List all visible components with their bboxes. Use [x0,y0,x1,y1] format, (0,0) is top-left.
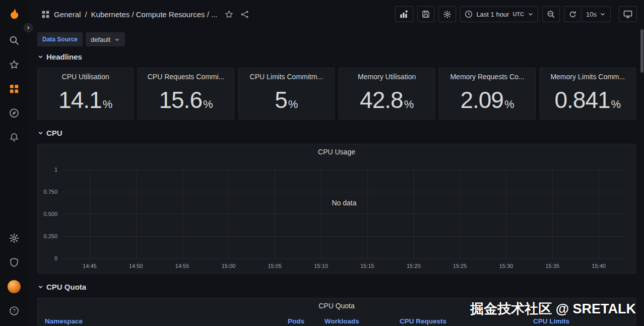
stat-value: 14.1 [58,88,102,112]
stat-value: 5 [275,88,287,112]
column-header-cpu-requests[interactable]: CPU Requests [400,317,533,325]
y-axis-tick-label: 0 [54,255,57,261]
panel-title[interactable]: CPU Utilisation [62,73,109,81]
panel-title[interactable]: Memory Utilisation [358,73,416,81]
time-range-label: Last 1 hour [476,11,509,18]
dashboard-settings-gear-icon[interactable] [438,6,456,22]
x-axis-tick-label: 15:10 [314,263,328,269]
dashboard-grid-icon [41,10,50,19]
grid-line-vertical [136,170,137,258]
stat-body: 14.1% [58,81,112,119]
chevron-down-icon [37,53,44,60]
add-panel-icon[interactable] [395,6,413,22]
column-header-namespace[interactable]: Namespace [38,317,288,325]
search-icon[interactable] [0,28,28,52]
section-header-cpu-quota[interactable]: CPU Quota [37,281,636,293]
refresh-interval-dropdown[interactable]: 10s [581,7,610,22]
x-axis-tick-label: 15:40 [592,263,606,269]
save-dashboard-icon[interactable] [417,6,434,22]
x-axis-tick-label: 15:00 [222,263,236,269]
refresh-picker: 10s [564,6,611,22]
panel-title[interactable]: CPU Usage [38,144,635,159]
refresh-interval-value: 10s [586,11,597,18]
grid-line-horizontal [62,170,626,170]
panel-title[interactable]: Memory Requests Co... [450,73,524,81]
y-axis-tick-label: 0.500 [43,211,57,217]
stat-value-row: 15.6% [159,88,213,112]
grid-line-horizontal [62,192,626,192]
x-axis-tick-label: 15:25 [453,263,467,269]
y-axis-tick-label: 0.750 [43,189,57,195]
stat-panel-cpu-requests-commitment: CPU Requests Commi... 15.6% [138,68,234,120]
chevron-down-icon [114,37,120,42]
zoom-out-icon[interactable] [542,6,560,22]
favorite-star-icon[interactable] [225,10,233,19]
dashboards-grid-icon[interactable] [0,77,28,101]
timezone-label: UTC [512,11,524,17]
x-axis-tick-label: 15:15 [360,263,374,269]
grid-line-vertical [275,170,275,258]
x-axis-tick-label: 14:50 [129,263,143,269]
sidebar: ? [0,0,28,326]
column-header-pods[interactable]: Pods [288,317,325,325]
avatar [8,280,21,293]
section-title: Headlines [46,52,82,61]
help-icon[interactable]: ? [0,299,28,323]
grafana-dashboard: ? General / Kubernetes / Compute Resourc… [0,0,644,326]
stat-value-row: 2.09% [460,88,514,112]
stat-panel-memory-requests-commitment: Memory Requests Co... 2.09% [439,68,535,120]
panel-title[interactable]: Memory Limits Comm... [550,73,625,81]
admin-shield-icon[interactable] [0,250,28,275]
breadcrumb-folder[interactable]: General [54,10,81,19]
alerting-bell-icon[interactable] [0,125,28,149]
stat-panel-memory-limits-commitment: Memory Limits Comm... 0.841% [540,68,636,120]
stat-value-row: 0.841% [554,88,621,112]
stat-body: 0.841% [554,81,621,119]
scrollbar-thumb[interactable] [640,29,643,73]
cpu-usage-panel: CPU Usage No data 10.7500.5000.250014:45… [37,144,636,274]
refresh-icon[interactable] [564,7,581,22]
configuration-gear-icon[interactable] [0,226,28,250]
kiosk-monitor-icon[interactable] [619,6,637,22]
x-axis-tick-label: 15:35 [546,263,560,269]
stat-unit: % [611,98,621,111]
main-area: General / Kubernetes / Compute Resources… [28,0,644,326]
sidebar-nav-top [0,28,28,149]
user-avatar[interactable] [0,275,28,299]
x-axis-tick-label: 15:30 [499,263,513,269]
sidebar-expand-button[interactable] [24,23,33,32]
section-header-cpu[interactable]: CPU [37,127,636,139]
dashboard-content: Headlines CPU Utilisation 14.1% CPU Requ… [28,49,644,326]
column-header-workloads[interactable]: Workloads [325,317,400,325]
x-axis-tick-label: 14:55 [175,263,189,269]
table-header-row: Namespace Pods Workloads CPU Requests CP… [38,317,635,325]
topbar-toolbar: Last 1 hour UTC 10s [395,6,637,22]
grafana-logo[interactable] [0,0,28,28]
stat-unit: % [504,98,514,111]
panel-title[interactable]: CPU Limits Commitm... [250,73,323,81]
grid-line-vertical [321,170,321,258]
grid-line-vertical [182,170,183,258]
datasource-variable-label: Data Source [37,32,83,46]
time-range-picker[interactable]: Last 1 hour UTC [460,6,538,22]
section-header-headlines[interactable]: Headlines [37,50,636,63]
star-icon[interactable] [0,52,28,77]
y-axis-tick-label: 0.250 [43,233,57,239]
stat-value-row: 14.1% [58,88,112,112]
column-header-cpu-limits[interactable]: CPU Limits [533,317,635,325]
explore-compass-icon[interactable] [0,101,28,125]
stat-panel-cpu-limits-commitment: CPU Limits Commitm... 5% [238,68,335,120]
breadcrumb-dashboard-title: Kubernetes / Compute Resources / ... [91,10,218,19]
chevron-down-icon [600,11,606,17]
grid-line-vertical [552,170,553,258]
datasource-variable-dropdown[interactable]: default [86,32,125,46]
share-icon[interactable] [240,10,249,19]
breadcrumb-separator: / [85,10,87,19]
panel-title[interactable]: CPU Requests Commi... [148,73,224,81]
stat-body: 42.8% [360,81,414,119]
grid-line-vertical [367,170,368,258]
y-axis-tick-label: 1 [54,167,57,173]
stat-unit: % [288,98,298,111]
chevron-down-icon [37,284,44,290]
watermark: 掘金技术社区 @ SRETALK [470,300,636,318]
